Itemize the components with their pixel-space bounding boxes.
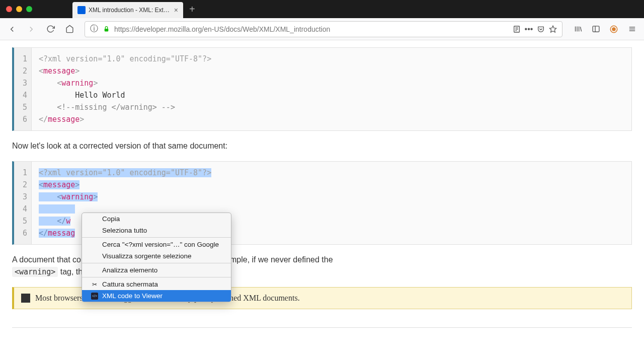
context-menu: Copia Seleziona tutto Cerca "<?xml versi…: [82, 213, 231, 302]
url-bar[interactable]: ⓘ https://developer.mozilla.org/en-US/do…: [85, 21, 562, 37]
xml-icon: [91, 293, 98, 300]
minimize-window-button[interactable]: [16, 6, 22, 12]
home-button[interactable]: [62, 22, 76, 36]
info-icon[interactable]: ⓘ: [90, 25, 98, 33]
page-actions-icon[interactable]: •••: [525, 25, 533, 33]
inline-code: <warning>: [12, 267, 58, 277]
svg-point-13: [612, 28, 615, 31]
svg-marker-5: [549, 26, 556, 32]
paragraph: Now let's look at a corrected version of…: [12, 140, 632, 152]
ctx-separator: [82, 263, 231, 263]
scissors-icon: [91, 281, 98, 288]
forward-button[interactable]: [24, 22, 38, 36]
toolbar: ⓘ https://developer.mozilla.org/en-US/do…: [0, 18, 644, 40]
ctx-search-google[interactable]: Cerca "<?xml version="…" con Google: [82, 239, 231, 250]
titlebar: XML introduction - XML: Extens × +: [0, 0, 644, 18]
favicon-icon: [77, 6, 86, 14]
reload-button[interactable]: [43, 22, 57, 36]
code-block-1: 123456 <?xml version="1.0" encoding="UTF…: [12, 47, 632, 131]
menu-icon[interactable]: [625, 22, 639, 36]
maximize-window-button[interactable]: [26, 6, 32, 12]
ctx-view-source[interactable]: Visualizza sorgente selezione: [82, 250, 231, 262]
divider: [12, 327, 632, 328]
extension-icon[interactable]: [607, 22, 621, 36]
code-content[interactable]: <?xml version="1.0" encoding="UTF-8"?> <…: [32, 48, 218, 130]
url-text: https://developer.mozilla.org/en-US/docs…: [114, 25, 509, 33]
line-gutter: 123456: [14, 162, 32, 244]
ctx-select-all[interactable]: Seleziona tutto: [82, 225, 231, 236]
tab-title: XML introduction - XML: Extens: [89, 7, 171, 14]
lock-icon: [102, 25, 110, 33]
close-window-button[interactable]: [6, 6, 12, 12]
ctx-screenshot[interactable]: Cattura schermata: [82, 278, 231, 290]
ctx-inspect[interactable]: Analizza elemento: [82, 264, 231, 276]
line-gutter: 123456: [14, 48, 32, 130]
ctx-separator: [82, 277, 231, 277]
window-controls: [6, 6, 32, 12]
note-icon: [21, 294, 30, 303]
library-icon[interactable]: [571, 22, 585, 36]
ctx-copy[interactable]: Copia: [82, 213, 231, 225]
svg-rect-10: [593, 26, 599, 32]
svg-line-9: [580, 27, 581, 31]
reader-mode-icon[interactable]: [513, 25, 521, 33]
back-button[interactable]: [5, 22, 19, 36]
bookmark-icon[interactable]: [549, 25, 557, 33]
sidebar-icon[interactable]: [589, 22, 603, 36]
browser-tab[interactable]: XML introduction - XML: Extens ×: [72, 2, 183, 18]
ctx-separator: [82, 237, 231, 238]
svg-rect-0: [104, 29, 108, 31]
new-tab-button[interactable]: +: [189, 4, 195, 15]
ctx-xml-viewer[interactable]: XML code to Viewer: [82, 290, 231, 302]
pocket-icon[interactable]: [537, 25, 545, 33]
close-tab-button[interactable]: ×: [174, 6, 178, 14]
